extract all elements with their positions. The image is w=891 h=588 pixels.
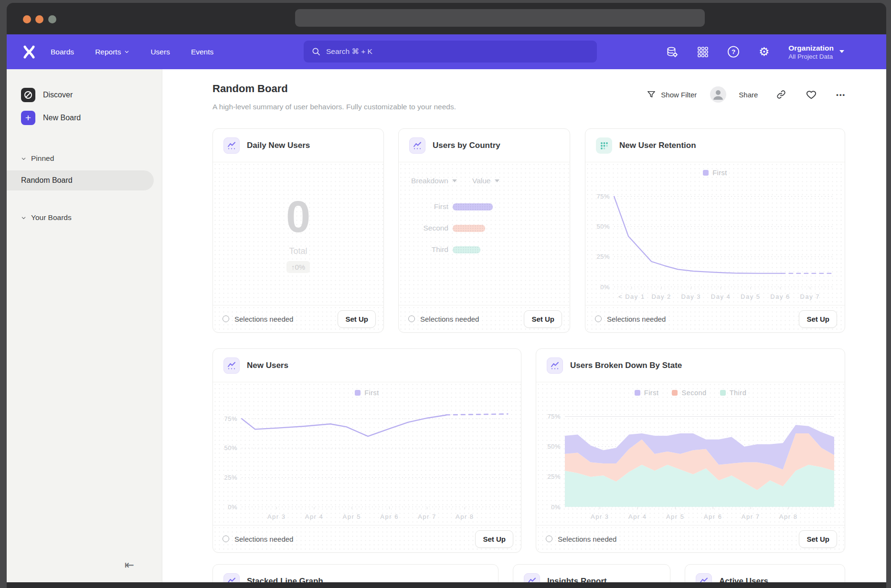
sidebar: Discover + New Board Pinned Random Board — [7, 69, 162, 582]
share-button[interactable]: Share — [739, 91, 758, 99]
search-placeholder: Search ⌘ + K — [326, 47, 372, 56]
row-label: Third — [399, 245, 448, 254]
legend-swatch — [355, 390, 361, 396]
traffic-light-close[interactable] — [23, 15, 31, 23]
top-navbar: Boards Reports Users Events Search ⌘ + K — [7, 34, 886, 69]
row-label: First — [399, 202, 448, 211]
set-up-button[interactable]: Set Up — [799, 530, 837, 548]
svg-text:Apr 8: Apr 8 — [779, 513, 798, 520]
svg-text:50%: 50% — [596, 223, 610, 230]
org-name: Organization — [788, 43, 834, 53]
search-icon — [311, 47, 321, 56]
row-label: Second — [399, 224, 448, 232]
nav-item-users[interactable]: Users — [150, 48, 170, 56]
table-row: First — [399, 202, 570, 211]
legend-label: Third — [730, 389, 747, 397]
retention-line-chart: 75%50%25%0%< Day 1Day 2Day 3Day 4Day 5Da… — [590, 184, 838, 302]
copy-link-icon[interactable] — [776, 89, 786, 100]
svg-text:Day 6: Day 6 — [770, 293, 790, 300]
card-status: Selections needed — [546, 535, 616, 543]
nav-links: Boards Reports Users Events — [51, 34, 213, 69]
legend-label: Second — [681, 389, 706, 397]
board-actions: Show Filter Share ••• — [647, 86, 846, 103]
set-up-button[interactable]: Set Up — [799, 310, 837, 328]
sidebar-section-your-boards[interactable]: Your Boards — [7, 210, 162, 226]
sidebar-item-new-board[interactable]: + New Board — [7, 106, 162, 129]
table-row: Third — [399, 245, 570, 254]
card-status: Selections needed — [595, 315, 666, 323]
card-title: Stacked Line Graph — [247, 577, 323, 582]
chart-legend: First — [213, 389, 521, 397]
data-management-icon[interactable] — [666, 46, 679, 58]
legend-swatch — [720, 390, 726, 396]
svg-text:Apr 6: Apr 6 — [380, 513, 399, 520]
show-filter-button[interactable]: Show Filter — [661, 91, 697, 99]
legend-label: First — [712, 169, 727, 177]
card-users-by-country: Users by Country Breakdown Value First — [398, 128, 570, 333]
new-users-line-chart: 75%50%25%0%Apr 3Apr 4Apr 5Apr 6Apr 7Apr … — [218, 404, 514, 522]
svg-text:0%: 0% — [551, 504, 561, 511]
svg-text:25%: 25% — [547, 473, 561, 480]
card-title: Insights Report — [547, 577, 607, 582]
legend-swatch — [703, 170, 709, 176]
caret-down-icon — [495, 179, 499, 182]
card-title: New Users — [247, 361, 288, 370]
favorite-heart-icon[interactable] — [806, 89, 817, 100]
svg-text:Day 7: Day 7 — [800, 293, 820, 300]
url-bar[interactable] — [295, 9, 705, 27]
svg-text:75%: 75% — [596, 193, 610, 200]
svg-text:Day 5: Day 5 — [741, 293, 760, 300]
apps-grid-icon[interactable] — [697, 46, 709, 58]
more-options-icon[interactable]: ••• — [836, 91, 846, 98]
line-chart-icon — [223, 357, 240, 374]
stacked-area-chart: 75%50%25%0%Apr 3Apr 4Apr 5Apr 6Apr 7Apr … — [541, 404, 838, 522]
svg-text:Apr 5: Apr 5 — [666, 513, 685, 520]
metric-value: 0 — [286, 195, 310, 239]
nav-right-icons: ? ⚙ Organization All Project Data — [666, 34, 844, 69]
traffic-light-zoom[interactable] — [48, 15, 56, 23]
svg-text:25%: 25% — [224, 474, 237, 481]
nav-item-reports[interactable]: Reports — [95, 48, 129, 56]
sidebar-section-pinned[interactable]: Pinned — [7, 150, 162, 167]
search-input[interactable]: Search ⌘ + K — [304, 41, 597, 63]
sidebar-collapse-icon[interactable]: ⇤ — [125, 558, 134, 572]
main-content: Random Board A high-level summary of use… — [162, 69, 886, 582]
sidebar-item-random-board[interactable]: Random Board — [7, 170, 154, 190]
breakdown-column-header[interactable]: Breakdown — [411, 177, 472, 185]
svg-text:Apr 7: Apr 7 — [418, 513, 436, 520]
set-up-button[interactable]: Set Up — [338, 310, 376, 328]
value-column-header[interactable]: Value — [472, 177, 499, 185]
traffic-light-minimize[interactable] — [35, 15, 43, 23]
card-active-users: Active Users — [685, 564, 845, 582]
nav-item-events[interactable]: Events — [191, 48, 213, 56]
help-icon[interactable]: ? — [727, 46, 740, 58]
card-users-by-state: Users Broken Down By State FirstSecondTh… — [536, 348, 845, 553]
filter-funnel-icon[interactable] — [647, 90, 656, 99]
app-content: Boards Reports Users Events Search ⌘ + K — [7, 34, 886, 582]
status-circle-icon — [546, 536, 552, 542]
chart-legend: First — [585, 169, 845, 177]
metric-delta-badge: ↑0% — [286, 261, 310, 273]
legend-label: First — [644, 389, 659, 397]
card-status: Selections needed — [408, 315, 479, 323]
svg-text:Apr 6: Apr 6 — [704, 513, 722, 520]
card-title: Daily New Users — [247, 141, 310, 150]
nav-item-boards[interactable]: Boards — [51, 48, 74, 56]
svg-text:Apr 4: Apr 4 — [305, 513, 324, 520]
card-daily-new-users: Daily New Users 0 Total ↑0% Selections n… — [212, 128, 384, 333]
chevron-down-icon — [21, 156, 26, 161]
svg-text:75%: 75% — [224, 415, 237, 422]
settings-gear-icon[interactable]: ⚙ — [758, 46, 770, 58]
set-up-button[interactable]: Set Up — [524, 310, 562, 328]
bar-first — [453, 203, 493, 210]
card-new-user-retention: New User Retention First 75%50%25%0%< Da… — [585, 128, 845, 333]
status-circle-icon — [595, 315, 602, 322]
set-up-button[interactable]: Set Up — [475, 530, 513, 548]
sidebar-item-discover[interactable]: Discover — [7, 84, 162, 106]
chevron-down-icon — [124, 49, 129, 54]
card-insights-report: Insights Report — [513, 564, 670, 582]
org-switcher[interactable]: Organization All Project Data — [788, 43, 844, 61]
svg-text:Day 4: Day 4 — [711, 293, 731, 300]
mixpanel-logo-icon[interactable] — [22, 45, 36, 59]
avatar[interactable] — [710, 86, 726, 103]
